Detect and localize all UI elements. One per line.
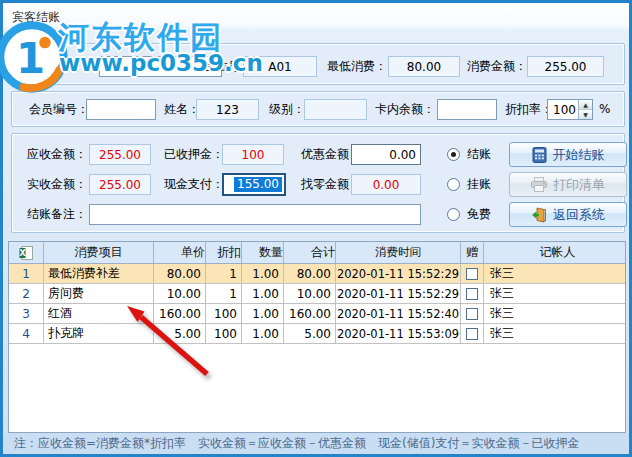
col-header-time[interactable]: 消费时间 [336, 242, 461, 263]
table-cell: 4 [9, 324, 44, 343]
card-balance-value [437, 99, 497, 120]
member-no-input[interactable] [86, 99, 156, 120]
table-row[interactable]: 3红酒160.001001.00160.002020-01-11 15:52:4… [9, 304, 625, 324]
start-checkout-label: 开始结账 [553, 146, 605, 164]
radio-icon [447, 208, 460, 221]
note-bar: 注：应收金额=消费金额*折扣率 实收金额＝应收金额－优惠金额 现金(储值)支付＝… [3, 433, 629, 454]
titlebar: 宾客结账 [3, 3, 629, 30]
payment-radio-free[interactable]: 免费 [447, 204, 491, 225]
col-header-qty[interactable]: 数量 [242, 242, 284, 263]
percent-sign: % [599, 99, 610, 120]
min-charge-label: 最低消费： [327, 56, 387, 77]
return-system-button[interactable]: 返回系统 [509, 202, 627, 227]
col-header-item[interactable]: 消费项目 [44, 242, 154, 263]
start-checkout-button[interactable]: 开始结账 [509, 142, 627, 167]
receivable-value: 255.00 [89, 144, 151, 165]
gift-checkbox[interactable] [466, 308, 478, 320]
level-label: 级别： [269, 99, 305, 120]
table-cell [461, 324, 484, 343]
discount-rate-value: 100 [548, 100, 578, 119]
cash-pay-input[interactable]: 155.00 [222, 173, 286, 196]
discount-amount-input[interactable] [351, 144, 421, 165]
received-label: 实收金额： [27, 174, 87, 195]
window-title: 宾客结账 [12, 9, 60, 26]
table-cell: 2020-01-11 15:52:29 [336, 264, 461, 283]
deposit-label: 已收押金： [164, 144, 224, 165]
table-cell: 2020-01-11 15:52:29 [336, 284, 461, 303]
table-cell: 1.00 [242, 264, 284, 283]
table-cell: 80.00 [154, 264, 206, 283]
table-cell: 1.00 [242, 284, 284, 303]
table-no-value: A01 [243, 56, 317, 77]
table-cell: 100 [206, 304, 242, 323]
remark-label: 结账备注： [27, 204, 87, 225]
table-body: 1最低消费补差80.0011.0080.002020-01-11 15:52:2… [9, 264, 625, 344]
table-cell: 10.00 [284, 284, 336, 303]
table-cell: 扑克牌 [44, 324, 154, 343]
excel-icon: X [19, 246, 33, 260]
table-cell: 张三 [484, 264, 625, 283]
table-cell: 2020-01-11 15:53:09 [336, 324, 461, 343]
col-header-total[interactable]: 合计 [284, 242, 336, 263]
name-label: 姓名： [164, 99, 200, 120]
col-header-price[interactable]: 单价 [154, 242, 206, 263]
change-value: 0.00 [351, 174, 421, 195]
table-cell [461, 264, 484, 283]
name-value: 123 [196, 99, 259, 120]
excel-export-button[interactable]: X [9, 242, 44, 263]
settlement-group: 应收金额： 255.00 已收押金： 100 优惠金额： 实收金额： 255.0… [11, 133, 625, 233]
printer-icon [531, 177, 547, 192]
exit-door-icon [531, 207, 547, 223]
remark-input[interactable] [89, 204, 421, 225]
table-cell: 最低消费补差 [44, 264, 154, 283]
table-cell: 3 [9, 304, 44, 323]
gift-checkbox[interactable] [466, 288, 478, 300]
table-cell: 红酒 [44, 304, 154, 323]
table-cell: 张三 [484, 284, 625, 303]
table-cell: 160.00 [284, 304, 336, 323]
col-header-clerk[interactable]: 记帐人 [484, 242, 625, 263]
table-cell: 张三 [484, 324, 625, 343]
gift-checkbox[interactable] [466, 328, 478, 340]
col-header-gift[interactable]: 赠 [461, 242, 484, 263]
return-system-label: 返回系统 [553, 206, 605, 224]
consumption-table: X 消费项目 单价 折扣 数量 合计 消费时间 赠 记帐人 1最低消费补差80.… [8, 241, 626, 433]
radio-icon [447, 148, 460, 161]
print-list-label: 打印清单 [553, 176, 605, 194]
member-no-label: 会员编号： [29, 99, 89, 120]
table-cell: 1.00 [242, 304, 284, 323]
col-header-discount[interactable]: 折扣 [206, 242, 242, 263]
table-cell: 2 [9, 284, 44, 303]
table-cell: 房间费 [44, 284, 154, 303]
card-balance-label: 卡内余额： [375, 99, 435, 120]
payment-radio-checkout[interactable]: 结账 [447, 144, 491, 165]
table-cell: 10.00 [154, 284, 206, 303]
min-charge-value: 80.00 [388, 56, 460, 77]
table-cell: 160.00 [154, 304, 206, 323]
payment-radio-credit[interactable]: 挂账 [447, 174, 491, 195]
receivable-label: 应收金额： [27, 144, 87, 165]
table-cell: 1 [9, 264, 44, 283]
table-cell: 80.00 [284, 264, 336, 283]
table-header: X 消费项目 单价 折扣 数量 合计 消费时间 赠 记帐人 [9, 242, 625, 264]
deposit-value: 100 [222, 144, 284, 165]
cash-pay-selected-value: 155.00 [234, 177, 282, 192]
spin-down-button[interactable]: ▼ [579, 110, 592, 119]
table-row[interactable]: 1最低消费补差80.0011.0080.002020-01-11 15:52:2… [9, 264, 625, 284]
consume-total-value: 255.00 [527, 56, 604, 77]
table-cell: 1.00 [242, 324, 284, 343]
table-cell: 5.00 [284, 324, 336, 343]
formula-note: 注：应收金额=消费金额*折扣率 实收金额＝应收金额－优惠金额 现金(储值)支付＝… [14, 435, 579, 452]
print-list-button[interactable]: 打印清单 [509, 172, 627, 197]
table-row[interactable]: 4扑克牌5.001001.005.002020-01-11 15:53:09张三 [9, 324, 625, 344]
radio-icon [447, 178, 460, 191]
discount-rate-spinner[interactable]: 100 ▲ ▼ [547, 99, 593, 120]
guest-checkout-window: 宾客结账 结账单号： 台位号： A01 最低消费： 80.00 消费金额： 25… [0, 0, 632, 457]
gift-checkbox[interactable] [466, 268, 478, 280]
table-cell: 100 [206, 324, 242, 343]
level-value [304, 99, 367, 120]
table-row[interactable]: 2房间费10.0011.0010.002020-01-11 15:52:29张三 [9, 284, 625, 304]
svg-text:X: X [19, 249, 26, 258]
spin-up-button[interactable]: ▲ [579, 100, 592, 110]
member-info-group: 会员编号： 姓名： 123 级别： 卡内余额： 折扣率： 100 ▲ ▼ % [11, 91, 625, 127]
